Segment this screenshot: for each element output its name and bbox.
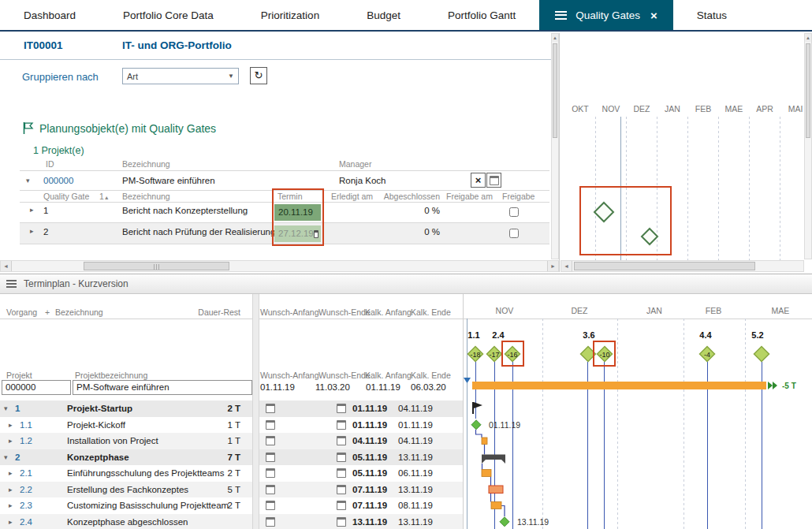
col-header-kalk-anfang[interactable]: Kalk. Anfang bbox=[365, 307, 412, 317]
horizontal-scrollbar[interactable]: ◄ ► bbox=[0, 260, 559, 272]
calendar-icon[interactable] bbox=[337, 468, 346, 478]
quality-gate-diamond[interactable] bbox=[754, 347, 769, 362]
vertical-scrollbar[interactable]: ▲ bbox=[551, 33, 559, 259]
col-header-abgeschlossen[interactable]: Abgeschlossen bbox=[378, 192, 440, 201]
freigabe-checkbox[interactable] bbox=[509, 229, 519, 238]
col-header-dauer-rest[interactable]: Dauer-Rest bbox=[193, 307, 240, 317]
col-header-manager[interactable]: Manager bbox=[339, 159, 371, 169]
gantt-bar-project[interactable] bbox=[472, 382, 766, 389]
project-id[interactable]: 000000 bbox=[43, 176, 73, 185]
tab-portfolio-core-data[interactable]: Portfolio Core Data bbox=[99, 0, 237, 30]
task-row[interactable]: ▸ 1.1 Projekt-Kickoff 1 T 01.11.19 01.11… bbox=[0, 417, 464, 434]
task-row[interactable]: ▸ 2.2 Erstellung des Fachkonzeptes 5 T 0… bbox=[0, 482, 464, 498]
scroll-right-button[interactable]: ► bbox=[547, 261, 558, 271]
calendar-icon[interactable] bbox=[337, 517, 346, 527]
tab-status[interactable]: Status bbox=[673, 0, 751, 30]
calendar-icon[interactable] bbox=[266, 436, 275, 445]
col-header-vorgang[interactable]: Vorgang bbox=[6, 307, 37, 317]
col-header-termin[interactable]: Termin bbox=[277, 192, 303, 201]
col-header-quality-gate[interactable]: Quality Gate bbox=[43, 192, 89, 201]
col-header-projektbezeichnung[interactable]: Projektbezeichnung bbox=[75, 371, 147, 380]
scroll-up-button[interactable]: ▲ bbox=[552, 34, 558, 42]
col-header-wunsch-anfang[interactable]: Wunsch-Anfang bbox=[260, 371, 319, 380]
gate-name[interactable]: Bericht nach Prüfung der Realisierung bbox=[122, 227, 275, 237]
chevron-down-icon[interactable]: ▾ bbox=[4, 449, 8, 466]
chevron-right-icon[interactable]: ▸ bbox=[9, 417, 13, 434]
gate-termin-cell[interactable]: 27.12.19 bbox=[274, 225, 321, 242]
phase-flag-icon[interactable] bbox=[474, 402, 482, 408]
calendar-icon[interactable] bbox=[337, 485, 346, 494]
project-wunsch-ende[interactable]: 11.03.20 bbox=[315, 380, 350, 395]
col-header-bezeichnung[interactable]: Bezeichnung bbox=[55, 307, 103, 317]
scrollbar-thumb[interactable] bbox=[84, 262, 229, 270]
chevron-right-icon[interactable]: ▸ bbox=[9, 514, 13, 529]
freigabe-checkbox[interactable] bbox=[509, 207, 519, 217]
chevron-down-icon[interactable]: ▾ bbox=[26, 177, 30, 184]
col-header-wunsch-ende[interactable]: Wunsch-Ende bbox=[318, 307, 371, 317]
task-row[interactable]: ▾ 2 Konzeptphase 7 T 05.11.19 13.11.19 bbox=[0, 449, 464, 466]
scroll-left-button[interactable]: ◄ bbox=[1, 261, 12, 271]
scrollbar-thumb[interactable] bbox=[806, 43, 810, 138]
gate-name[interactable]: Bericht nach Konzepterstellung bbox=[122, 206, 248, 215]
chevron-right-icon[interactable]: ▸ bbox=[9, 482, 13, 498]
task-row[interactable]: ▾ 1 Projekt-Startup 2 T 01.11.19 04.11.1… bbox=[0, 400, 464, 417]
col-header-wunsch-anfang[interactable]: Wunsch-Anfang bbox=[260, 307, 319, 317]
milestone-diamond[interactable] bbox=[471, 420, 481, 430]
quality-gate-diamond[interactable] bbox=[594, 203, 613, 222]
col-header-kalk-ende[interactable]: Kalk. Ende bbox=[411, 307, 451, 317]
terminplan-header[interactable]: Terminplan - Kurzversion bbox=[0, 274, 812, 294]
project-name-field[interactable]: PM-Software einführen bbox=[73, 380, 252, 395]
gate-termin-cell[interactable]: 20.11.19 bbox=[274, 204, 321, 221]
tab-dashboard[interactable]: Dashboard bbox=[0, 0, 99, 30]
calendar-icon[interactable] bbox=[337, 436, 346, 445]
task-row[interactable]: ▸ 1.2 Installation von Project 1 T 04.11… bbox=[0, 433, 464, 449]
calendar-icon[interactable] bbox=[337, 501, 346, 510]
tab-prioritization[interactable]: Prioritization bbox=[237, 0, 343, 30]
chevron-right-icon[interactable]: ▸ bbox=[30, 206, 34, 214]
menu-icon[interactable] bbox=[555, 9, 567, 21]
calendar-icon[interactable] bbox=[314, 230, 318, 238]
col-header-kalk-ende[interactable]: Kalk. Ende bbox=[411, 371, 451, 380]
gantt-bar-task[interactable] bbox=[491, 502, 501, 509]
gantt-bar-task[interactable] bbox=[482, 438, 487, 445]
scrollbar-thumb[interactable] bbox=[574, 262, 755, 270]
gantt-bar-task[interactable] bbox=[489, 486, 503, 494]
delete-button[interactable]: × bbox=[471, 173, 486, 188]
col-header-erledigt-am[interactable]: Erledigt am bbox=[331, 192, 373, 201]
col-header-id[interactable]: ID bbox=[46, 159, 54, 169]
project-wunsch-anfang[interactable]: 01.11.19 bbox=[260, 380, 295, 395]
project-name[interactable]: PM-Software einführen bbox=[122, 176, 215, 185]
calendar-icon[interactable] bbox=[266, 404, 275, 413]
gantt-bar-summary[interactable] bbox=[482, 455, 505, 460]
vertical-scrollbar[interactable]: ▲ bbox=[804, 33, 812, 259]
add-task-button[interactable]: + bbox=[45, 307, 50, 317]
scroll-left-button[interactable]: ◄ bbox=[561, 261, 572, 271]
tab-portfolio-gantt[interactable]: Portfolio Gantt bbox=[424, 0, 539, 30]
horizontal-scrollbar[interactable]: ◄ bbox=[561, 260, 804, 272]
col-header-freigabe-am[interactable]: Freigabe am bbox=[446, 192, 493, 201]
col-header-freigabe[interactable]: Freigabe bbox=[502, 192, 535, 201]
task-row[interactable]: ▸ 2.3 Customizing Basisschulung Projektt… bbox=[0, 497, 464, 514]
calendar-icon[interactable] bbox=[266, 485, 275, 494]
chevron-right-icon[interactable]: ▸ bbox=[9, 465, 13, 482]
menu-icon[interactable] bbox=[6, 278, 17, 289]
calendar-icon[interactable] bbox=[337, 420, 346, 430]
scrollbar-thumb[interactable] bbox=[553, 43, 557, 138]
chevron-right-icon[interactable]: ▸ bbox=[9, 433, 13, 449]
calendar-icon[interactable] bbox=[266, 468, 275, 478]
chevron-right-icon[interactable]: ▸ bbox=[30, 227, 34, 235]
task-row[interactable]: ▸ 2.1 Einführungsschulung des Projekttea… bbox=[0, 465, 464, 482]
milestone-diamond[interactable] bbox=[500, 517, 509, 527]
calendar-icon[interactable] bbox=[266, 501, 275, 510]
refresh-button[interactable]: ↻ bbox=[250, 67, 267, 84]
col-header-name[interactable]: Bezeichnung bbox=[122, 159, 170, 169]
col-header-projekt[interactable]: Projekt bbox=[6, 371, 32, 380]
col-header-kalk-anfang[interactable]: Kalk. Anfang bbox=[365, 371, 412, 380]
chevron-right-icon[interactable]: ▸ bbox=[9, 497, 13, 514]
quality-gate-diamond[interactable] bbox=[642, 229, 657, 244]
calendar-icon[interactable] bbox=[337, 404, 346, 413]
col-header-bezeichnung[interactable]: Bezeichnung bbox=[122, 192, 170, 201]
close-icon[interactable]: × bbox=[650, 9, 657, 21]
calendar-button[interactable] bbox=[486, 173, 501, 188]
chevron-down-icon[interactable]: ▾ bbox=[4, 400, 8, 417]
